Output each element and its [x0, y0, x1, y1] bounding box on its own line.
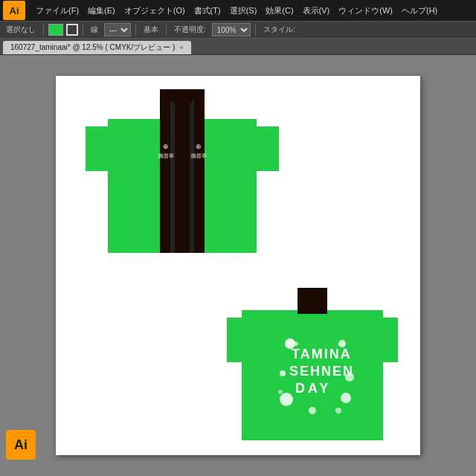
menu-object[interactable]: オブジェクト(O)	[120, 4, 190, 18]
menu-window[interactable]: ウィンドウ(W)	[334, 4, 397, 18]
svg-point-20	[280, 393, 293, 406]
menu-file[interactable]: ファイル(F)	[31, 4, 83, 18]
menu-select[interactable]: 選択(S)	[225, 4, 262, 18]
tab-bar: 160727_taminaai* @ 12.5% ( CMYK/プレビュー ) …	[0, 39, 476, 55]
menu-view[interactable]: 表示(V)	[298, 4, 335, 18]
svg-marker-12	[227, 318, 260, 362]
separator-5	[255, 24, 256, 36]
svg-point-18	[280, 370, 286, 376]
artboard: ⊕ 圓普寧 ⊕ 圓普寧	[56, 76, 420, 455]
selection-label: 選択なし	[3, 24, 39, 36]
svg-text:圓普寧: 圓普寧	[158, 152, 174, 158]
svg-marker-1	[86, 126, 126, 171]
menu-effect[interactable]: 効果(C)	[261, 4, 298, 18]
happi-coat-front: ⊕ 圓普寧 ⊕ 圓普寧	[86, 89, 279, 268]
svg-rect-5	[190, 89, 194, 253]
happi-coat-back: TAMINA SEHNEN DAY	[227, 288, 398, 444]
svg-text:圓普寧: 圓普寧	[191, 152, 207, 158]
menu-type[interactable]: 書式(T)	[190, 4, 225, 18]
svg-point-22	[309, 407, 316, 414]
separator-3	[135, 24, 136, 36]
svg-text:⊕: ⊕	[196, 143, 202, 150]
svg-point-28	[278, 390, 283, 394]
menu-help[interactable]: ヘルプ(H)	[397, 4, 442, 18]
ai-bottom-icon: Ai	[6, 430, 36, 460]
svg-text:⊕: ⊕	[163, 143, 169, 150]
opacity-label: 不透明度:	[171, 24, 209, 36]
tab-filename: 160727_taminaai* @ 12.5% ( CMYK/プレビュー )	[10, 42, 175, 53]
basic-label: 基本	[141, 24, 161, 36]
stroke-select[interactable]: —	[104, 23, 131, 36]
document-tab[interactable]: 160727_taminaai* @ 12.5% ( CMYK/プレビュー ) …	[3, 41, 191, 54]
svg-text:SEHNEN: SEHNEN	[289, 364, 354, 379]
ai-logo-icon: Ai	[3, 1, 25, 20]
svg-point-26	[294, 341, 298, 346]
separator-2	[83, 24, 83, 36]
svg-marker-13	[364, 318, 398, 362]
svg-text:TAMINA: TAMINA	[292, 347, 352, 361]
style-label: スタイル:	[260, 24, 298, 36]
svg-marker-2	[238, 126, 279, 171]
menu-edit[interactable]: 編集(E)	[83, 4, 120, 18]
stroke-label: 線	[88, 24, 101, 36]
svg-text:DAY: DAY	[295, 381, 331, 396]
svg-rect-4	[170, 89, 175, 253]
svg-point-27	[335, 408, 341, 414]
separator-1	[43, 24, 44, 36]
stroke-icon[interactable]	[66, 24, 78, 36]
menu-bar: ファイル(F) 編集(E) オブジェクト(O) 書式(T) 選択(S) 効果(C…	[31, 4, 442, 18]
canvas-area: ⊕ 圓普寧 ⊕ 圓普寧	[0, 55, 476, 476]
svg-rect-3	[160, 89, 205, 253]
fill-color-box[interactable]	[48, 24, 63, 36]
tab-close-button[interactable]: ×	[179, 44, 183, 51]
toolbar: 選択なし 線 — 基本 不透明度: 100% スタイル:	[0, 21, 476, 39]
title-bar: Ai ファイル(F) 編集(E) オブジェクト(O) 書式(T) 選択(S) 効…	[0, 0, 476, 21]
opacity-select[interactable]: 100%	[212, 23, 251, 36]
separator-4	[166, 24, 167, 36]
svg-point-21	[341, 393, 351, 403]
